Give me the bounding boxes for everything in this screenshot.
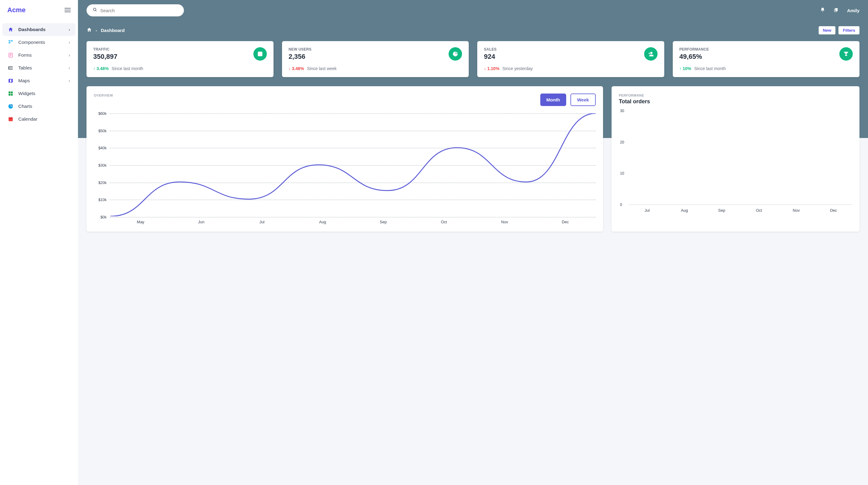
- form-icon: [8, 52, 13, 58]
- x-tick-label: Jul: [231, 220, 292, 224]
- x-tick-label: Jul: [629, 208, 666, 213]
- stat-value: 924: [484, 53, 497, 61]
- bell-icon[interactable]: [820, 7, 825, 13]
- sidebar-item-label: Tables: [18, 65, 32, 71]
- y-tick-label: $10k: [94, 198, 106, 202]
- chevron-right-icon: ›: [68, 27, 70, 32]
- stat-delta: ↑ 10%: [680, 66, 691, 71]
- sidebar-item-charts[interactable]: Charts: [2, 100, 75, 113]
- x-tick-label: Oct: [740, 208, 778, 213]
- svg-point-19: [93, 8, 96, 11]
- svg-rect-2: [8, 42, 10, 43]
- chevron-right-icon: ›: [68, 78, 70, 83]
- x-tick-label: Nov: [474, 220, 535, 224]
- x-tick-label: Sep: [703, 208, 740, 213]
- orders-title: Total orders: [619, 98, 852, 105]
- y-tick-label: 30: [620, 109, 624, 113]
- svg-rect-16: [8, 118, 13, 119]
- sidebar-item-components[interactable]: Components›: [2, 36, 75, 49]
- stat-card-sales: SALES924↓ 1.10%Since yesterday: [477, 41, 664, 77]
- y-tick-label: $60k: [94, 112, 106, 116]
- hamburger-icon[interactable]: [65, 8, 71, 12]
- sidebar-item-label: Dashboards: [18, 27, 46, 32]
- chevron-right-icon: ›: [68, 40, 70, 45]
- y-tick-label: 0: [620, 203, 622, 207]
- sidebar-item-label: Widgets: [18, 91, 35, 96]
- home-icon[interactable]: [87, 27, 92, 33]
- svg-rect-1: [11, 40, 13, 41]
- pie-icon: [8, 103, 13, 109]
- stat-value: 2,356: [289, 53, 312, 61]
- sidebar-item-dashboards[interactable]: Dashboards›: [2, 23, 75, 36]
- main-area: Amily - Dashboard New Filters TRAFFIC350…: [78, 0, 868, 485]
- sidebar-item-widgets[interactable]: Widgets: [2, 87, 75, 100]
- sidebar-item-label: Forms: [18, 52, 32, 58]
- stat-value: 49,65%: [680, 53, 709, 61]
- sidebar-item-label: Maps: [18, 78, 30, 84]
- sidebar-item-maps[interactable]: Maps›: [2, 74, 75, 87]
- sidebar-item-label: Charts: [18, 103, 32, 109]
- svg-rect-0: [8, 40, 10, 41]
- stat-value: 350,897: [93, 53, 118, 61]
- x-tick-label: May: [110, 220, 171, 224]
- stat-delta: ↓ 1.10%: [484, 66, 499, 71]
- x-tick-label: Dec: [535, 220, 595, 224]
- widgets-icon: [8, 91, 13, 96]
- orders-subtitle: PERFORMANE: [619, 93, 852, 97]
- svg-rect-12: [11, 91, 13, 93]
- stat-delta: ↑ 3.48%: [93, 66, 109, 71]
- sidebar-nav: Dashboards›Components›Forms›Tables›Maps›…: [0, 20, 78, 128]
- sidebar-item-tables[interactable]: Tables›: [2, 62, 75, 74]
- svg-rect-14: [11, 94, 13, 96]
- sidebar: Acme Dashboards›Components›Forms›Tables›…: [0, 0, 78, 485]
- breadcrumb: - Dashboard: [87, 27, 125, 33]
- tab-month[interactable]: Month: [540, 93, 566, 106]
- bar-chart-icon: [253, 47, 267, 61]
- svg-rect-18: [11, 117, 12, 118]
- x-tick-label: Aug: [292, 220, 353, 224]
- tab-week[interactable]: Week: [570, 93, 596, 106]
- y-tick-label: 10: [620, 171, 624, 176]
- y-tick-label: 20: [620, 140, 624, 144]
- x-tick-label: Oct: [413, 220, 474, 224]
- svg-rect-13: [8, 94, 10, 96]
- overview-subtitle: OVERVIEW: [94, 93, 113, 97]
- breadcrumb-separator: -: [96, 28, 97, 33]
- map-icon: [8, 78, 13, 84]
- user-name[interactable]: Amily: [847, 8, 860, 13]
- grid-icon: [8, 40, 13, 45]
- period-tabs: Month Week: [540, 93, 596, 106]
- filters-button[interactable]: Filters: [838, 26, 860, 34]
- stat-since: Since last month: [112, 66, 144, 71]
- sidebar-item-calendar[interactable]: Calendar: [2, 113, 75, 125]
- brand-logo[interactable]: Acme: [7, 6, 26, 14]
- y-tick-label: $50k: [94, 129, 106, 133]
- orders-bar-chart: 0102030JulAugSepOctNovDec: [619, 109, 852, 213]
- chevron-right-icon: ›: [68, 65, 70, 70]
- sidebar-item-forms[interactable]: Forms›: [2, 49, 75, 62]
- svg-line-20: [96, 10, 97, 11]
- search-icon: [93, 8, 97, 13]
- svg-rect-17: [9, 117, 10, 118]
- search-box[interactable]: [87, 4, 184, 17]
- stat-card-traffic: TRAFFIC350,897↑ 3.48%Since last month: [87, 41, 274, 77]
- search-input[interactable]: [100, 8, 178, 13]
- add-user-icon: [644, 47, 657, 61]
- orders-panel: PERFORMANE Total orders 0102030JulAugSep…: [612, 86, 860, 232]
- y-tick-label: $20k: [94, 181, 106, 185]
- svg-rect-21: [835, 8, 838, 11]
- x-tick-label: Jun: [171, 220, 231, 224]
- topbar: Amily: [78, 0, 868, 21]
- y-tick-label: $0k: [94, 215, 106, 219]
- sidebar-item-label: Components: [18, 40, 45, 45]
- x-tick-label: Aug: [666, 208, 703, 213]
- overview-line-chart: $60k$50k$40k$30k$20k$10k$0kMayJunJulAugS…: [94, 112, 596, 224]
- stat-label: TRAFFIC: [93, 47, 118, 52]
- y-tick-label: $30k: [94, 163, 106, 168]
- breadcrumb-current: Dashboard: [101, 28, 125, 33]
- home-icon: [8, 27, 13, 32]
- new-button[interactable]: New: [819, 26, 836, 34]
- x-tick-label: Dec: [815, 208, 852, 213]
- copy-icon[interactable]: [834, 7, 838, 13]
- stat-card-new-users: NEW USERS2,356↓ 3.48%Since last week: [282, 41, 469, 77]
